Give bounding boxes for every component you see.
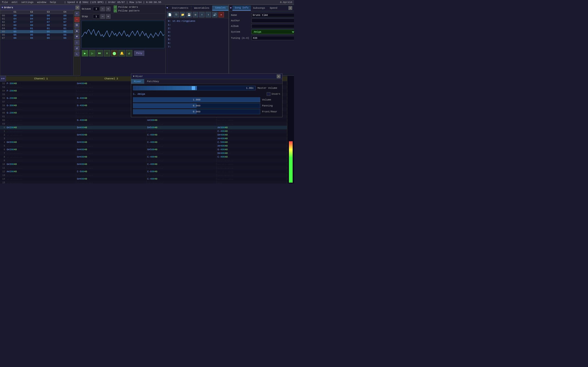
volume-slider[interactable]: 1.000 [133, 97, 260, 102]
instrument-item[interactable]: 7: [167, 45, 227, 49]
menu-window[interactable]: window [37, 1, 46, 4]
pattern-row[interactable]: 11......................................… [0, 166, 287, 170]
tab-wavetables[interactable]: Wavetables [191, 6, 212, 10]
instr-copy-button[interactable]: ⧉ [173, 12, 179, 17]
pattern-cell-ch1[interactable]: ........... [6, 86, 76, 89]
pattern-cell-ch1[interactable]: ........... [6, 119, 76, 122]
instr-new-button[interactable]: 📄 [167, 12, 173, 17]
pattern-row[interactable]: 6G#20040..G#40040..G#50040..G-40040.. [0, 148, 287, 151]
pattern-cell-ch4[interactable]: A#40040 [217, 137, 287, 140]
pattern-cell-ch1[interactable]: ........... [6, 133, 76, 136]
tab-subsongs[interactable]: Subsongs [251, 6, 268, 10]
pattern-cell-ch1[interactable]: G-20040.. [6, 97, 76, 100]
stop-button[interactable]: ⬤ [111, 50, 118, 56]
tuning-input[interactable] [251, 36, 294, 40]
pattern-cell-ch1[interactable]: ........... [6, 93, 76, 96]
mixer-tab-patchbay[interactable]: Patchbay [144, 79, 162, 84]
pattern-cell-ch2[interactable]: G-40040.. [76, 119, 147, 122]
pattern-cell-ch1[interactable]: G#20040... [6, 126, 76, 129]
menu-edit[interactable]: edit [11, 1, 17, 4]
pattern-cell-ch4[interactable]: G-40040.. [217, 148, 287, 151]
pattern-cell-ch1[interactable]: ........... [6, 152, 76, 155]
pattern-cell-ch3[interactable]: C-40040.. [147, 177, 217, 180]
pattern-row[interactable]: 0G#20040...D#40040...D#50040...A#30040..… [0, 126, 287, 129]
pattern-cell-ch4[interactable]: A#40040 [217, 144, 287, 147]
pattern-row[interactable]: 14...........G#40040..C-40040...........… [0, 177, 287, 181]
instr-tree-button[interactable]: ⊞ [193, 12, 198, 17]
bell-button[interactable]: 🔔 [119, 50, 125, 56]
orders-up-button[interactable]: ▲ [74, 28, 79, 33]
pattern-cell-ch3[interactable]: ........... [147, 137, 217, 140]
instr-vol-button[interactable]: 🔊 [212, 12, 217, 17]
pattern-cell-ch3[interactable]: C-40040.. [147, 133, 217, 136]
pattern-cell-ch2[interactable]: C-50040.. [76, 170, 147, 173]
poly-button[interactable]: Poly [134, 51, 144, 56]
pattern-cell-ch4[interactable]: A#30040... [217, 126, 287, 129]
pattern-cell-ch2[interactable]: ........... [76, 167, 147, 169]
pattern-row[interactable]: 2...........G#40040..C-40040..D#40040.. [0, 133, 287, 137]
pattern-cell-ch2[interactable]: ........... [76, 174, 147, 177]
pattern-cell-ch1[interactable]: ........... [6, 177, 76, 180]
invert-checkbox[interactable] [267, 92, 270, 96]
pattern-cell-ch2[interactable]: G#40040.. [76, 148, 147, 151]
pattern-row[interactable]: 7.................................D#4004… [0, 151, 287, 155]
scroll-down-button[interactable]: ⬇ [104, 50, 110, 56]
orders-row[interactable]: 0308080808 [0, 24, 73, 27]
play2-button[interactable]: ▷ [89, 50, 95, 56]
pattern-cell-ch2[interactable]: G#40040.. [76, 163, 147, 166]
pattern-row[interactable]: 12A#20040..C-50040..C-60040............. [0, 170, 287, 173]
pattern-cell-ch1[interactable]: ........... [6, 181, 76, 184]
mixer-tab-mixer[interactable]: Mixer [131, 79, 144, 84]
pattern-cell-ch4[interactable]: ........... [217, 170, 287, 173]
menu-file[interactable]: file [2, 1, 8, 4]
pattern-row[interactable]: 62...........G-40040..A#30040...........… [0, 118, 287, 122]
pattern-cell-ch3[interactable]: C-40040.. [147, 163, 217, 166]
pattern-row[interactable]: 4G#30040..G#40040..C-40040..C-50040.. [0, 140, 287, 144]
instruments-close-button[interactable]: ✕ [288, 6, 292, 10]
instrument-item[interactable]: 5: [167, 38, 227, 41]
pattern-row[interactable]: 1.................................C-4004… [0, 129, 287, 133]
mixer-close-button[interactable]: ✕ [277, 75, 280, 78]
pattern-cell-ch1[interactable]: G-20040.. [6, 111, 76, 114]
orders-row[interactable]: 0104040404 [0, 17, 73, 20]
tab-song-info[interactable]: Song Info [233, 6, 251, 10]
instrument-item[interactable]: 1: [167, 23, 227, 27]
pattern-cell-ch4[interactable]: ........... [217, 119, 287, 122]
author-input[interactable] [251, 19, 294, 23]
orders-row[interactable]: 0505050505 [0, 30, 73, 33]
pattern-row[interactable]: 3.................................A#4004… [0, 137, 287, 140]
instr-save-button[interactable]: 💾 [186, 12, 192, 17]
pattern-cell-ch1[interactable]: G#30040.. [6, 141, 76, 144]
panning-slider[interactable]: 0.000 [133, 103, 260, 108]
orders-cursor-button[interactable]: ↖ [74, 51, 79, 56]
pattern-row[interactable]: 63......................................… [0, 122, 287, 126]
pattern-cell-ch1[interactable]: G-30040.. [6, 104, 76, 107]
pattern-cell-ch2[interactable]: ........... [76, 181, 147, 184]
pattern-cell-ch2[interactable]: G#40040.. [76, 141, 147, 144]
pattern-cell-ch1[interactable]: ........... [6, 137, 76, 140]
orders-row[interactable]: 0606060606 [0, 33, 73, 36]
pattern-cell-ch3[interactable]: ........... [147, 167, 217, 169]
instrument-item[interactable]: 3: [167, 30, 227, 34]
pattern-cell-ch1[interactable]: F-30040... [6, 82, 76, 85]
pattern-cell-ch2[interactable]: D#40040... [76, 126, 147, 129]
pattern-row[interactable]: 8...........G#40040..C-40040..C-40040.. [0, 155, 287, 159]
play-button[interactable]: ▶ [82, 50, 88, 56]
instrument-item[interactable]: 6: [167, 41, 227, 45]
pattern-cell-ch1[interactable]: F-20040.. [6, 90, 76, 92]
orders-down-button[interactable]: ▼ [74, 34, 79, 39]
pattern-cell-ch3[interactable]: ........... [147, 159, 217, 162]
instr-up-button[interactable]: ⬆ [199, 12, 205, 17]
pattern-cell-ch2[interactable]: G#40040.. [76, 133, 147, 136]
pattern-cell-ch1[interactable]: A#20040.. [6, 170, 76, 173]
pattern-cell-ch4[interactable]: D#40040.. [217, 133, 287, 136]
instrument-item[interactable]: 0: st-01:ringpiano [167, 19, 227, 23]
name-input[interactable] [251, 13, 294, 17]
pattern-cell-ch4[interactable]: C-50040.. [217, 141, 287, 144]
orders-delete-button[interactable]: − [74, 17, 79, 22]
pattern-cell-ch2[interactable]: ........... [76, 137, 147, 140]
menu-settings[interactable]: settings [21, 1, 34, 4]
orders-add-button[interactable]: + [74, 11, 79, 16]
pattern-cell-ch1[interactable]: ........... [6, 159, 76, 162]
pattern-cell-ch4[interactable]: ........... [217, 174, 287, 177]
